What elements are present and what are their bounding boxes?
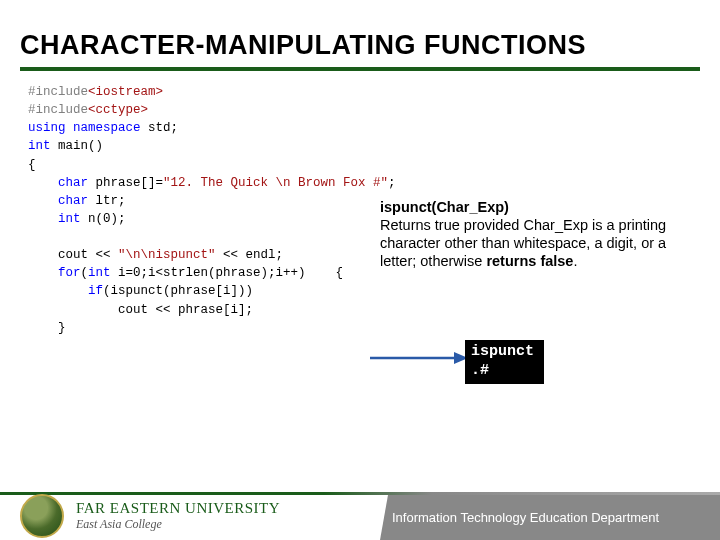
output-line: .# [471,362,489,379]
university-seal-icon [20,494,64,538]
code-line: char phrase[]="12. The Quick \n Brown Fo… [28,174,720,192]
code-line: #include<iostream> [28,83,720,101]
preproc-dir: #include [28,85,88,99]
code-text: n(0); [81,212,126,226]
code-line: cout << phrase[i]; [28,301,720,319]
include-header: <iostream> [88,85,163,99]
preproc-dir: #include [28,103,88,117]
code-text: phrase[]= [88,176,163,190]
footer-left: FAR EASTERN UNIVERSITY East Asia College [0,492,380,540]
code-line: } [28,319,720,337]
code-text: } [28,321,66,335]
code-text: cout << [28,248,118,262]
arrow-icon [370,350,468,366]
code-text: << endl; [216,248,284,262]
code-text: i=0;i<strlen(phrase);i++) { [111,266,344,280]
type-keyword: char [28,194,88,208]
code-line: { [28,156,720,174]
code-text: { [28,158,36,172]
function-description: ispunct(Char_Exp) Returns true provided … [380,198,700,271]
returns-false: returns false [486,253,573,269]
code-text: main() [51,139,104,153]
page-title: CHARACTER-MANIPULATING FUNCTIONS [0,0,720,67]
keyword: using [28,121,66,135]
code-line: if(ispunct(phrase[i])) [28,282,720,300]
code-text: ( [81,266,89,280]
code-text: std; [141,121,179,135]
code-line: using namespace std; [28,119,720,137]
include-header: <cctype> [88,103,148,117]
keyword: if [28,284,103,298]
code-line: #include<cctype> [28,101,720,119]
keyword: namespace [73,121,141,135]
function-signature: ispunct(Char_Exp) [380,199,509,215]
code-line: int main() [28,137,720,155]
output-line: ispunct [471,343,534,360]
type-keyword: int [28,212,81,226]
keyword: for [28,266,81,280]
code-text: (ispunct(phrase[i])) [103,284,253,298]
type-keyword: char [28,176,88,190]
college-name: East Asia College [76,517,280,532]
university-block: FAR EASTERN UNIVERSITY East Asia College [76,500,280,532]
department-label: Information Technology Education Departm… [380,495,720,540]
type-keyword: int [28,139,51,153]
string-literal: "\n\nispunct" [118,248,216,262]
university-name: FAR EASTERN UNIVERSITY [76,500,280,517]
string-literal: "12. The Quick \n Brown Fox #" [163,176,388,190]
code-text: ltr; [88,194,126,208]
code-text: cout << phrase[i]; [28,303,253,317]
console-output: ispunct .# [465,340,544,384]
type-keyword: int [88,266,111,280]
code-text: ; [388,176,396,190]
footer: FAR EASTERN UNIVERSITY East Asia College… [0,480,720,540]
period: . [573,253,577,269]
